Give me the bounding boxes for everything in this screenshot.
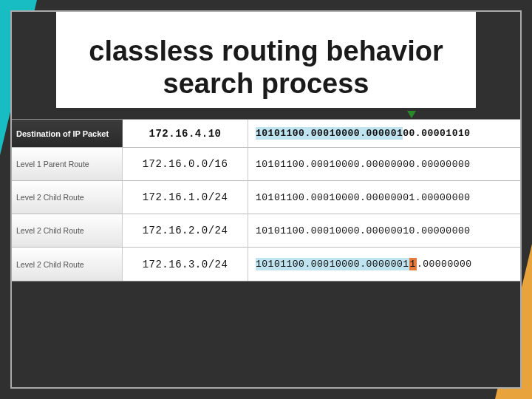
row-label: Level 2 Child Route xyxy=(12,214,123,247)
table-row: Level 2 Child Route 172.16.1.0/24 101011… xyxy=(12,181,520,214)
table-row: Destination of IP Packet 172.16.4.10 101… xyxy=(12,120,520,148)
table-row: Level 1 Parent Route 172.16.0.0/16 10101… xyxy=(12,148,520,181)
title-line-2: search process xyxy=(163,68,369,99)
row-label: Level 2 Child Route xyxy=(12,181,123,214)
row-label: Level 1 Parent Route xyxy=(12,148,123,180)
binary-value: 10101100.00010000.00000010.00000000 xyxy=(248,214,520,247)
routing-table: Destination of IP Packet 172.16.4.10 101… xyxy=(12,119,520,282)
binary-value: 10101100.00010000.00000100.00001010 xyxy=(248,120,520,147)
ip-address: 172.16.4.10 xyxy=(123,120,248,147)
title-line-1: classless routing behavior xyxy=(89,35,443,66)
row-label: Destination of IP Packet xyxy=(12,120,123,147)
table-row: Level 2 Child Route 172.16.2.0/24 101011… xyxy=(12,214,520,248)
row-label: Level 2 Child Route xyxy=(12,248,123,281)
binary-value: 10101100.00010000.00000000.00000000 xyxy=(248,148,520,180)
ip-address: 172.16.2.0/24 xyxy=(123,214,248,247)
binary-value: 10101100.00010000.00000001.00000000 xyxy=(248,181,520,214)
binary-value: 10101100.00010000.00000011.00000000 xyxy=(248,248,520,281)
slide-frame: classless routing behavior search proces… xyxy=(10,10,522,389)
ip-address: 172.16.3.0/24 xyxy=(123,248,248,281)
slide-title: classless routing behavior search proces… xyxy=(56,24,476,100)
ip-address: 172.16.0.0/16 xyxy=(123,148,248,180)
match-marker-icon xyxy=(407,111,416,118)
table-row: Level 2 Child Route 172.16.3.0/24 101011… xyxy=(12,248,520,281)
ip-address: 172.16.1.0/24 xyxy=(123,181,248,214)
title-panel: classless routing behavior search proces… xyxy=(56,12,476,108)
